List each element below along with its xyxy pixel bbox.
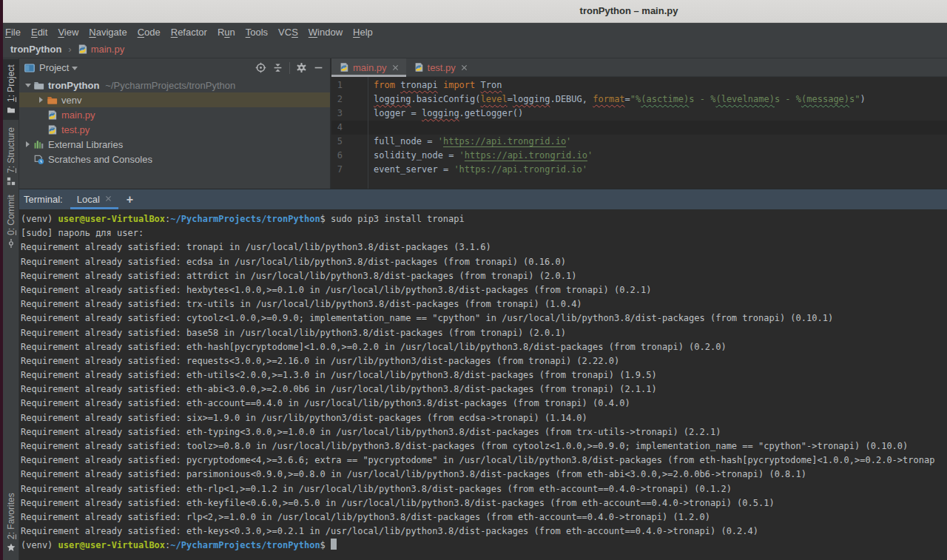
terminal-line-18: Requirement already satisfied: pycryptod… — [21, 453, 947, 468]
new-terminal-session-button[interactable]: + — [127, 193, 133, 206]
tree-row-scratches-and-consoles[interactable]: Scratches and Consoles — [19, 152, 330, 166]
terminal-line-11: Requirement already satisfied: requests<… — [21, 354, 947, 368]
menu-item-code[interactable]: Code — [132, 27, 166, 38]
terminal-line-3: Requirement already satisfied: tronapi i… — [21, 240, 947, 254]
terminal-line-24: (venv) user@user-VirtualBox:~/PycharmPro… — [21, 539, 947, 553]
terminal-line-6: Requirement already satisfied: hexbytes<… — [21, 283, 947, 297]
left-tool-stripe: 1: Project7: Structure0: Commit2: Favori… — [3, 58, 19, 560]
gutter-separator — [368, 77, 368, 189]
code-line-7: event_server = 'https://api.trongrid.io' — [374, 163, 866, 177]
tool-stripe-tab-structure[interactable]: 7: Structure — [3, 126, 19, 191]
libs-icon — [33, 139, 44, 150]
hide-panel-button[interactable] — [312, 62, 324, 74]
code-area[interactable]: 1234567 from tronapi import Tronlogging.… — [331, 77, 947, 189]
chevron-right-icon[interactable] — [23, 141, 33, 147]
menu-item-navigate[interactable]: Navigate — [84, 27, 132, 38]
folder-orange-icon — [46, 95, 58, 106]
terminal-line-14: Requirement already satisfied: eth-accou… — [21, 397, 947, 411]
title-bar[interactable]: tronPython – main.py — [3, 0, 947, 23]
tree-row-test-py[interactable]: test.py — [19, 122, 330, 137]
line-number: 6 — [331, 149, 343, 163]
terminal-output[interactable]: (venv) user@user-VirtualBox:~/PycharmPro… — [19, 210, 947, 560]
line-number: 3 — [331, 107, 343, 121]
menu-item-run[interactable]: Run — [212, 27, 240, 38]
tree-label: test.py — [61, 124, 90, 135]
menu-item-help[interactable]: Help — [348, 27, 378, 38]
tree-label: main.py — [61, 109, 95, 121]
python-icon — [46, 109, 58, 121]
scratch-icon — [33, 154, 44, 165]
terminal-line-2: [sudo] пароль для user: — [21, 226, 947, 240]
menu-item-file[interactable]: File — [3, 27, 26, 38]
terminal-title: Terminal: — [24, 194, 63, 205]
tool-stripe-tab-commit[interactable]: 0: Commit — [3, 200, 19, 253]
tree-label: tronPython — [48, 80, 99, 91]
tool-stripe-tab-inner: 2: Favorites — [3, 494, 19, 557]
menu-item-window[interactable]: Window — [303, 27, 348, 38]
chevron-down-icon[interactable] — [23, 84, 33, 87]
tree-label: External Libraries — [48, 139, 123, 150]
editor-tab-main-py[interactable]: main.py — [331, 58, 406, 76]
code-text[interactable]: from tronapi import Tronlogging.basicCon… — [374, 78, 866, 177]
menu-item-view[interactable]: View — [53, 27, 84, 38]
tool-stripe-tab-favorites[interactable]: 2: Favorites — [3, 494, 19, 557]
menu-item-edit[interactable]: Edit — [26, 27, 53, 38]
editor-tab-bar: main.pytest.py — [331, 58, 947, 77]
tree-path-suffix: ~/PycharmProjects/tronPython — [105, 80, 235, 91]
python-file-icon — [77, 44, 88, 55]
breadcrumb-project[interactable]: tronPython — [10, 44, 61, 55]
code-line-6: solidity_node = 'https://api.trongrid.io… — [374, 149, 866, 163]
tool-stripe-label: 0: Commit — [6, 195, 16, 235]
locate-button[interactable] — [255, 62, 266, 74]
settings-button[interactable] — [295, 62, 307, 74]
terminal-line-17: Requirement already satisfied: toolz>=0.… — [21, 439, 947, 453]
code-line-4 — [374, 121, 866, 135]
terminal-line-20: Requirement already satisfied: eth-rlp<1… — [21, 482, 947, 496]
menu-item-refactor[interactable]: Refactor — [166, 27, 212, 38]
close-icon[interactable] — [461, 64, 468, 71]
terminal-line-22: Requirement already satisfied: rlp<2,>=1… — [21, 510, 947, 524]
menu-item-tools[interactable]: Tools — [240, 27, 273, 38]
editor-area: main.pytest.py 1234567 from tronapi impo… — [331, 58, 947, 189]
project-panel-title[interactable]: Project — [39, 62, 69, 73]
python-icon — [46, 124, 58, 135]
terminal-tab-local[interactable]: Local — [70, 189, 118, 209]
collapse-all-button[interactable] — [272, 62, 283, 74]
tree-label: Scratches and Consoles — [48, 154, 152, 165]
code-line-2: logging.basicConfig(level=logging.DEBUG,… — [374, 92, 866, 107]
terminal-line-16: Requirement already satisfied: eth-typin… — [21, 425, 947, 439]
editor-tab-label: test.py — [428, 62, 456, 73]
close-icon[interactable] — [392, 64, 399, 71]
chevron-right-icon[interactable] — [36, 97, 46, 103]
tree-row-external-libraries[interactable]: External Libraries — [19, 137, 330, 152]
breadcrumb-file[interactable]: main.py — [91, 44, 125, 55]
header-separator — [289, 62, 290, 74]
editor-tab-test-py[interactable]: test.py — [406, 58, 475, 76]
terminal-header: Terminal: Local + — [19, 189, 947, 209]
tool-stripe-tab-inner: 0: Commit — [3, 200, 19, 253]
tool-stripe-tab-project[interactable]: 1: Project — [3, 59, 19, 120]
menu-bar: FileEditViewNavigateCodeRefactorRunTools… — [3, 23, 947, 41]
menu-item-vcs[interactable]: VCS — [273, 27, 303, 38]
project-view-icon — [24, 63, 35, 73]
line-number: 2 — [331, 92, 343, 107]
terminal-line-12: Requirement already satisfied: eth-utils… — [21, 368, 947, 382]
gear-icon — [296, 62, 307, 73]
tree-row-main-py[interactable]: main.py — [19, 107, 330, 122]
terminal-line-9: Requirement already satisfied: base58 in… — [21, 326, 947, 340]
tool-stripe-label: 1: Project — [6, 64, 16, 102]
tree-row-venv[interactable]: venv — [19, 92, 330, 107]
code-line-3: logger = logging.getLogger() — [374, 107, 866, 121]
commit-icon — [7, 239, 16, 248]
chevron-down-icon[interactable] — [72, 67, 78, 70]
terminal-cursor — [331, 539, 337, 550]
terminal-line-23: Requirement already satisfied: eth-keys<… — [21, 524, 947, 539]
python-file-icon — [414, 62, 424, 72]
tree-row-tronpython[interactable]: tronPython~/PycharmProjects/tronPython — [19, 78, 330, 92]
hide-icon — [313, 62, 324, 73]
tree-label: venv — [61, 95, 81, 106]
line-number: 5 — [331, 135, 343, 149]
line-number: 4 — [331, 121, 343, 135]
close-icon[interactable] — [105, 195, 112, 203]
terminal-line-1: (venv) user@user-VirtualBox:~/PycharmPro… — [21, 212, 947, 226]
